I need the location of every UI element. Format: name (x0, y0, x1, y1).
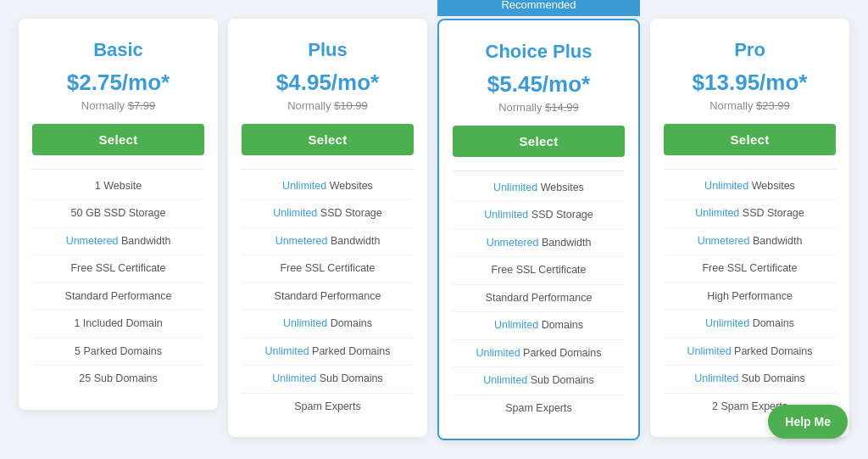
plan-card-pro: Pro$13.95/mo*Normally $23.99SelectUnlimi… (650, 19, 849, 438)
feature-item: Unmetered Bandwidth (453, 230, 625, 258)
feature-item: Unlimited Websites (664, 173, 836, 201)
plan-card-basic: Basic$2.75/mo*Normally $7.99Select1 Webs… (19, 19, 218, 410)
plan-normal-price-choice-plus: Normally $14.99 (498, 101, 579, 114)
plan-name-basic: Basic (93, 39, 143, 61)
feature-item: Unlimited Domains (242, 311, 414, 339)
feature-item: Unmetered Bandwidth (32, 228, 204, 256)
plan-price-pro: $13.95/mo* (693, 70, 808, 96)
plan-normal-price-plus: Normally $10.99 (287, 99, 368, 112)
help-button[interactable]: Help Me (768, 405, 848, 439)
select-button-plus[interactable]: Select (242, 124, 414, 155)
plan-name-plus: Plus (308, 39, 347, 61)
plan-name-pro: Pro (734, 39, 765, 61)
plan-price-plus: $4.95/mo* (276, 70, 379, 96)
feature-item: Standard Performance (453, 285, 625, 313)
recommended-badge: Recommended (437, 0, 640, 16)
feature-item: High Performance (664, 283, 836, 311)
feature-item: Unlimited SSD Storage (453, 202, 625, 230)
plan-card-choice-plus: RecommendedChoice Plus$5.45/mo*Normally … (437, 19, 640, 441)
feature-item: Unlimited SSD Storage (664, 200, 836, 228)
feature-item: 1 Website (32, 173, 204, 201)
features-list-pro: Unlimited WebsitesUnlimited SSD StorageU… (664, 169, 836, 421)
feature-item: Unlimited Websites (242, 173, 414, 201)
plans-container: Basic$2.75/mo*Normally $7.99Select1 Webs… (19, 19, 849, 441)
feature-item: 50 GB SSD Storage (32, 200, 204, 228)
feature-item: Standard Performance (32, 283, 204, 311)
feature-item: Unmetered Bandwidth (664, 228, 836, 256)
feature-item: Free SSL Certificate (242, 255, 414, 283)
feature-item: Unlimited Websites (453, 175, 625, 203)
feature-item: Free SSL Certificate (664, 255, 836, 283)
plan-card-plus: Plus$4.95/mo*Normally $10.99SelectUnlimi… (228, 19, 427, 438)
feature-item: Unmetered Bandwidth (242, 228, 414, 256)
plan-name-choice-plus: Choice Plus (486, 41, 593, 63)
plan-price-basic: $2.75/mo* (67, 70, 170, 96)
feature-item: Unlimited Sub Domains (664, 366, 836, 394)
feature-item: Free SSL Certificate (453, 257, 625, 285)
feature-item: Unlimited SSD Storage (242, 200, 414, 228)
select-button-basic[interactable]: Select (32, 124, 204, 155)
feature-item: Spam Experts (453, 395, 625, 423)
pricing-wrapper: Basic$2.75/mo*Normally $7.99Select1 Webs… (19, 19, 849, 441)
plan-normal-price-basic: Normally $7.99 (81, 99, 155, 112)
feature-item: Free SSL Certificate (32, 255, 204, 283)
feature-item: Unlimited Parked Domains (242, 339, 414, 367)
feature-item: Spam Experts (242, 394, 414, 421)
feature-item: 5 Parked Domains (32, 339, 204, 367)
feature-item: 25 Sub Domains (32, 366, 204, 393)
feature-item: Unlimited Parked Domains (453, 340, 625, 368)
feature-item: 1 Included Domain (32, 311, 204, 339)
features-list-choice-plus: Unlimited WebsitesUnlimited SSD StorageU… (453, 171, 625, 423)
feature-item: Unlimited Parked Domains (664, 339, 836, 367)
feature-item: Unlimited Domains (664, 311, 836, 339)
feature-item: Unlimited Sub Domains (453, 367, 625, 395)
feature-item: Unlimited Sub Domains (242, 366, 414, 394)
select-button-pro[interactable]: Select (664, 124, 836, 155)
features-list-plus: Unlimited WebsitesUnlimited SSD StorageU… (242, 169, 414, 421)
feature-item: Standard Performance (242, 283, 414, 311)
plan-normal-price-pro: Normally $23.99 (709, 99, 790, 112)
feature-item: Unlimited Domains (453, 312, 625, 340)
select-button-choice-plus[interactable]: Select (453, 126, 625, 157)
plan-price-choice-plus: $5.45/mo* (487, 71, 590, 98)
features-list-basic: 1 Website50 GB SSD StorageUnmetered Band… (32, 169, 204, 393)
